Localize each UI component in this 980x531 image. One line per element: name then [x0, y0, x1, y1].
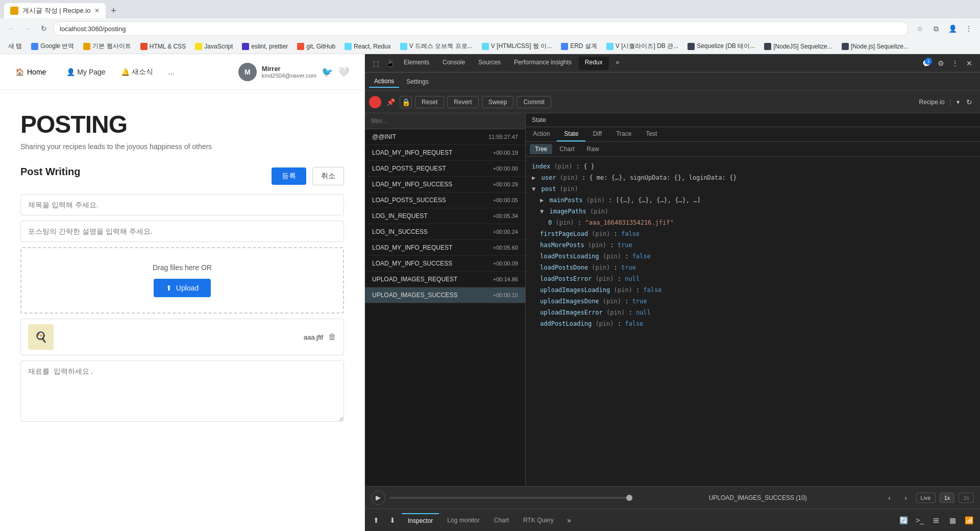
bottom-tab-rtkquery[interactable]: RTK Query — [517, 514, 560, 527]
grid-view-btn[interactable]: ⊞ — [929, 513, 943, 527]
tab-sources[interactable]: Sources — [472, 57, 507, 70]
inspect-element-btn[interactable]: ⬚ — [369, 57, 382, 70]
expand-imagepaths-icon[interactable]: ▼ — [540, 208, 544, 215]
cancel-button[interactable]: 취소 — [312, 167, 344, 185]
pin-button[interactable]: 📌 — [384, 96, 397, 108]
tab-elements[interactable]: Elements — [398, 57, 435, 70]
action-item-2[interactable]: LOAD_MY_INFO_SUCCESS +00:00.29 — [365, 177, 525, 192]
sub-tab-tree[interactable]: Tree — [530, 144, 552, 154]
mypage-nav-item[interactable]: 👤 My Page — [66, 67, 105, 77]
speed-2x-button[interactable]: 2x — [959, 493, 974, 503]
active-tab[interactable]: 게시글 작성 | Recipe.io ✕ — [4, 3, 106, 18]
bookmark-erd[interactable]: ERD 설계 — [557, 40, 601, 53]
ingredient-input[interactable] — [20, 360, 344, 422]
upload-button[interactable]: ⬆ Upload — [154, 279, 211, 297]
tree-item-user[interactable]: ▶ user (pin) : { me: {…}, signUpData: {}… — [532, 172, 974, 183]
bookmark-nodejs1[interactable]: [NodeJS] Sequelize... — [760, 40, 836, 53]
device-toolbar-btn[interactable]: 📱 — [383, 57, 397, 70]
action-item-6[interactable]: LOAD_MY_INFO_REQUEST +00:05.60 — [365, 240, 525, 256]
inspector-tab-trace[interactable]: Trace — [609, 127, 639, 141]
bottom-tab-logmonitor[interactable]: Log monitor — [441, 514, 485, 527]
register-button[interactable]: 등록 — [272, 167, 306, 185]
expand-post-icon[interactable]: ▼ — [532, 185, 535, 192]
action-item-init[interactable]: @@INIT 11:55:27.47 — [365, 129, 525, 145]
bookmark-google-translate[interactable]: Google 번역 — [27, 40, 78, 53]
prev-action-btn[interactable]: ‹ — [884, 492, 896, 504]
action-item-9[interactable]: UPLOAD_IMAGES_SUCCESS +00:00.15 — [365, 287, 525, 303]
record-button[interactable] — [369, 96, 381, 108]
expand-mainposts-icon[interactable]: ▶ — [540, 197, 544, 204]
revert-button[interactable]: Revert — [447, 96, 478, 108]
back-btn[interactable]: ← — [4, 21, 18, 36]
bookmark-new-tab[interactable]: 새 탭 — [4, 40, 26, 53]
commit-button[interactable]: Commit — [517, 96, 551, 108]
inspector-tab-state[interactable]: State — [557, 127, 585, 141]
bottom-tab-inspector[interactable]: Inspector — [402, 513, 439, 527]
redux-settings-tab[interactable]: Settings — [401, 76, 433, 87]
bookmark-dress[interactable]: V 드레스 오브젝 프로... — [396, 40, 477, 53]
close-devtools-btn[interactable]: ✕ — [963, 57, 976, 70]
bookmark-star-icon[interactable]: ☆ — [913, 21, 927, 36]
sub-tab-raw[interactable]: Raw — [582, 144, 604, 154]
export-btn[interactable]: ⬇ — [385, 513, 400, 527]
bookmark-sequelize-v[interactable]: V [시퀄라이즈] DB 관... — [602, 40, 682, 53]
extensions-icon[interactable]: ⧉ — [929, 21, 943, 36]
tab-console[interactable]: Console — [436, 57, 471, 70]
inspector-tab-test[interactable]: Test — [639, 127, 664, 141]
reload-btn[interactable]: ↻ — [37, 21, 51, 36]
title-input[interactable] — [20, 194, 344, 215]
lock-button[interactable]: 🔒 — [400, 96, 412, 108]
action-item-0[interactable]: LOAD_MY_INFO_REQUEST +00:00.19 — [365, 145, 525, 161]
terminal-btn[interactable]: >_ — [913, 513, 927, 527]
tree-item-post[interactable]: ▼ post (pin) — [532, 183, 974, 195]
wireless-btn[interactable]: 📶 — [962, 513, 976, 527]
description-input[interactable] — [20, 221, 344, 242]
notification-nav-item[interactable]: 🔔 새소식 — [121, 67, 153, 77]
bookmark-html-css[interactable]: HTML & CSS — [136, 40, 190, 53]
more-tabs-btn[interactable]: » — [562, 513, 576, 527]
more-nav-item[interactable]: ... — [168, 67, 175, 77]
action-item-7[interactable]: LOAD_MY_INFO_SUCCESS +00:00.09 — [365, 256, 525, 272]
expand-user-icon[interactable]: ▶ — [532, 174, 535, 181]
more-options-btn[interactable]: ⋮ — [948, 57, 962, 70]
menu-icon[interactable]: ⋮ — [962, 21, 976, 36]
sweep-button[interactable]: Sweep — [482, 96, 514, 108]
inspector-tab-action[interactable]: Action — [526, 127, 557, 141]
reset-button[interactable]: Reset — [415, 96, 444, 108]
filter-input[interactable] — [365, 113, 525, 129]
address-bar[interactable]: localhost:3060/posting — [53, 21, 909, 36]
tab-more[interactable]: » — [610, 57, 626, 70]
action-item-5[interactable]: LOG_IN_SUCCESS +00:00.24 — [365, 224, 525, 240]
sync-btn[interactable]: 🔄 — [896, 513, 911, 527]
import-btn[interactable]: ⬆ — [369, 513, 383, 527]
next-action-btn[interactable]: › — [900, 492, 912, 504]
bookmark-base-site[interactable]: 기본 웹사이트 — [79, 40, 135, 53]
profile-icon[interactable]: 👤 — [945, 21, 960, 36]
new-tab-btn[interactable]: + — [106, 3, 121, 18]
bookmark-nodejs2[interactable]: [Node.js] Sequelize... — [838, 40, 913, 53]
layout-btn[interactable]: ▦ — [945, 513, 960, 527]
tree-item-mainposts[interactable]: ▶ mainPosts (pin) : [{…}, {…}, {…}, {…},… — [532, 195, 974, 206]
bookmark-sequelize1[interactable]: Sequelize (DB 테이... — [683, 40, 759, 53]
settings-icon-btn[interactable]: ⚙ — [934, 57, 947, 70]
store-dropdown-btn[interactable]: ▾ — [957, 99, 960, 106]
bookmark-html-web[interactable]: V [HTML/CSS] 웹 이... — [478, 40, 556, 53]
tab-performance[interactable]: Performance insights — [508, 57, 578, 70]
speed-1x-button[interactable]: 1x — [940, 493, 955, 503]
forward-btn[interactable]: → — [20, 21, 35, 36]
action-item-4[interactable]: LOG_IN_REQUEST +00:05.34 — [365, 208, 525, 224]
redux-actions-tab[interactable]: Actions — [369, 76, 399, 88]
play-button[interactable]: ▶ — [371, 491, 385, 505]
tab-redux[interactable]: Redux — [579, 57, 609, 70]
tab-close-btn[interactable]: ✕ — [94, 7, 100, 14]
delete-preview-btn[interactable]: 🗑 — [328, 332, 336, 342]
tree-item-imagepaths[interactable]: ▼ imagePaths (pin) — [532, 206, 974, 217]
message-icon-btn[interactable]: 💬 1 — [920, 57, 933, 70]
timeline-bar[interactable] — [389, 497, 632, 499]
refresh-store-btn[interactable]: ↻ — [963, 95, 976, 109]
home-label[interactable]: Home — [27, 68, 46, 76]
live-button[interactable]: Live — [916, 493, 936, 503]
bookmark-eslint[interactable]: eslint, prettier — [238, 40, 292, 53]
bookmark-react-redux[interactable]: React, Redux — [340, 40, 395, 53]
bottom-tab-chart[interactable]: Chart — [488, 514, 515, 527]
